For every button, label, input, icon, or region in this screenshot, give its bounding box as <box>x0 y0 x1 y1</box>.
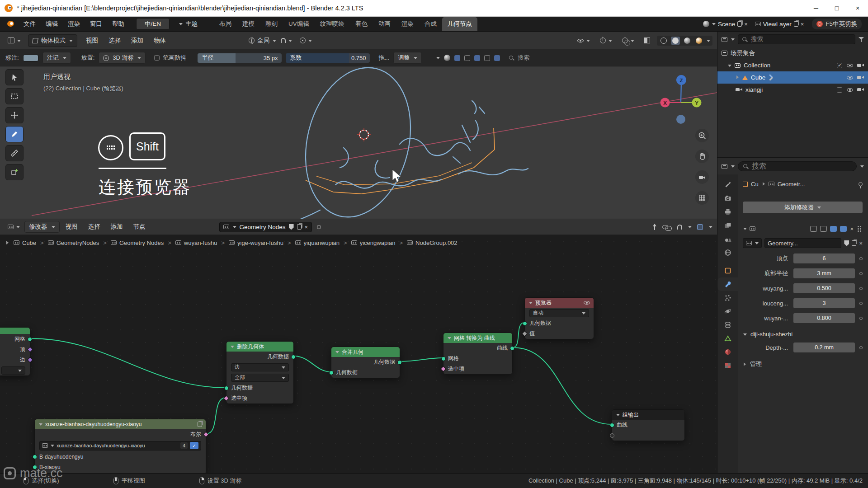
tab-compositing[interactable]: 合成 <box>419 17 442 31</box>
display-edit-mode-toggle[interactable] <box>810 226 817 232</box>
properties-editor-icon[interactable] <box>722 164 727 169</box>
snap-toggle[interactable] <box>278 36 295 45</box>
fake-user-icon[interactable] <box>289 224 294 230</box>
pin-icon[interactable] <box>317 225 321 229</box>
node-viewer[interactable]: 预览器 自动 几何数据 值 <box>524 297 594 339</box>
f5-language-badge[interactable]: F5中英切换 <box>812 19 862 29</box>
tab-layout[interactable]: 布局 <box>214 17 237 31</box>
tab-modifiers[interactable] <box>717 277 738 291</box>
tab-object[interactable] <box>717 264 738 277</box>
socket-geometry-output[interactable] <box>291 355 296 359</box>
display-realtime-toggle[interactable] <box>830 226 837 232</box>
socket-mesh-input[interactable] <box>441 357 446 361</box>
gizmo-toggle-5[interactable] <box>494 55 500 61</box>
auto-offset-icon[interactable] <box>662 225 668 229</box>
tab-render[interactable] <box>717 192 738 205</box>
outliner-editor-icon[interactable] <box>722 37 727 42</box>
breadcrumb-object[interactable]: Cube <box>14 239 36 246</box>
filter-icon[interactable] <box>859 37 864 42</box>
breadcrumb-group-5[interactable]: NodeGroup.002 <box>407 239 458 246</box>
param-value-slider[interactable]: 0.500 <box>793 283 855 293</box>
display-cage-toggle[interactable] <box>820 226 827 232</box>
socket-curve-output[interactable] <box>510 346 514 351</box>
fake-user-icon[interactable] <box>844 240 849 246</box>
collapse-icon[interactable] <box>38 422 42 426</box>
breadcrumb-object-label[interactable]: Cu <box>751 181 759 188</box>
unlink-scene-icon[interactable] <box>744 21 748 27</box>
tool-measure[interactable] <box>5 145 24 161</box>
modifier-panel-header[interactable] <box>743 223 863 234</box>
fake-user-toggle[interactable] <box>190 442 198 449</box>
tab-particles[interactable] <box>717 291 738 305</box>
shading-solid[interactable] <box>671 37 680 45</box>
material-preview-icon[interactable] <box>444 55 450 61</box>
socket-geometry-input[interactable] <box>329 371 334 375</box>
tool-search[interactable]: 搜索 <box>509 54 529 62</box>
section-manage[interactable]: 管理 <box>743 360 863 368</box>
mode-select[interactable]: 物体模式 <box>28 34 77 47</box>
tab-object-data[interactable] <box>717 332 738 345</box>
menu-file[interactable]: 文件 <box>19 18 40 30</box>
animate-dot-icon[interactable] <box>859 302 863 305</box>
selectability-dropdown[interactable] <box>574 36 593 45</box>
tab-scene[interactable] <box>717 232 738 246</box>
tab-material[interactable] <box>717 345 738 359</box>
node-mesh-to-curve[interactable]: 网格 转换为 曲线 曲线 网格 选中项 <box>443 333 513 375</box>
breadcrumb-tree[interactable]: Geometry Nodes <box>111 239 164 246</box>
blender-logo-icon[interactable] <box>5 20 14 28</box>
scene-selector[interactable]: Scene <box>703 21 748 28</box>
outliner-search-input[interactable]: 搜索 <box>738 34 855 44</box>
group-input-select[interactable] <box>1 366 25 375</box>
properties-search-input[interactable]: 搜索 <box>738 161 857 171</box>
viewport-menu-add[interactable]: 添加 <box>127 35 148 47</box>
socket-geometry-input[interactable] <box>523 321 527 326</box>
grid-view-button[interactable] <box>695 191 709 205</box>
viewport-menu-object[interactable]: 物体 <box>149 35 170 47</box>
gizmos-toggle[interactable] <box>597 36 615 45</box>
overlays-toggle[interactable] <box>619 36 637 45</box>
unlink-icon[interactable] <box>859 240 863 246</box>
tab-modeling[interactable]: 建模 <box>237 17 260 31</box>
go-to-parent-tree-icon[interactable] <box>651 224 657 230</box>
breadcrumb-group-3[interactable]: yiquanwupian <box>295 239 340 246</box>
drag-action-select[interactable]: 调整 <box>393 52 422 64</box>
tab-physics[interactable] <box>717 305 738 318</box>
outliner-row-cube[interactable]: Cube <box>717 71 868 84</box>
navigation-gizmo[interactable]: Z X Y <box>654 73 708 133</box>
tab-constraints[interactable] <box>717 318 738 332</box>
animate-dot-icon[interactable] <box>859 346 863 349</box>
tab-texture-paint[interactable]: 纹理喷绘 <box>315 17 350 31</box>
shading-wireframe[interactable] <box>659 37 668 45</box>
tab-view-layer[interactable] <box>717 219 738 232</box>
outliner-row-camera[interactable]: xiangji <box>717 84 868 96</box>
transform-orientation[interactable]: 全局 <box>249 37 276 45</box>
chevron-down-icon[interactable] <box>731 38 735 41</box>
factor-slider[interactable]: 系数 0.750 <box>286 53 370 63</box>
tool-annotate[interactable] <box>5 126 24 142</box>
node-group-input[interactable]: 网格 顶 边 <box>0 327 30 376</box>
gizmo-toggle-4[interactable] <box>484 55 490 61</box>
zoom-button[interactable] <box>695 129 709 142</box>
mode-select[interactable]: 全部 <box>231 374 289 382</box>
shading-material[interactable] <box>683 37 692 45</box>
copy-icon[interactable] <box>852 240 856 246</box>
collapse-icon[interactable] <box>335 350 339 354</box>
breadcrumb-modifier[interactable]: GeometryNodes <box>48 239 99 246</box>
hide-in-viewport-icon[interactable] <box>846 87 853 93</box>
tab-uv-editing[interactable]: UV编辑 <box>283 17 315 31</box>
add-modifier-button[interactable]: 添加修改器 <box>743 202 863 213</box>
node-group-output[interactable]: 组输出 曲线 <box>612 409 685 441</box>
node-menu-node[interactable]: 节点 <box>129 221 150 233</box>
editor-type-3d-viewport[interactable] <box>5 36 24 45</box>
param-value-slider[interactable]: 0.800 <box>793 313 855 323</box>
animate-dot-icon[interactable] <box>859 317 863 320</box>
placement-select[interactable]: 3D 游标 <box>99 52 146 64</box>
axis-negative-ball[interactable] <box>676 115 685 124</box>
stabilize-stroke-toggle[interactable]: 笔画防抖 <box>154 54 186 62</box>
shading-rendered[interactable] <box>694 37 703 45</box>
collapse-icon[interactable] <box>447 336 451 340</box>
socket-b-input-1[interactable] <box>33 455 37 459</box>
unlink-node-tree-icon[interactable] <box>305 224 308 230</box>
collection-checkbox[interactable] <box>837 63 842 68</box>
viewport-menu-view[interactable]: 视图 <box>81 35 103 47</box>
